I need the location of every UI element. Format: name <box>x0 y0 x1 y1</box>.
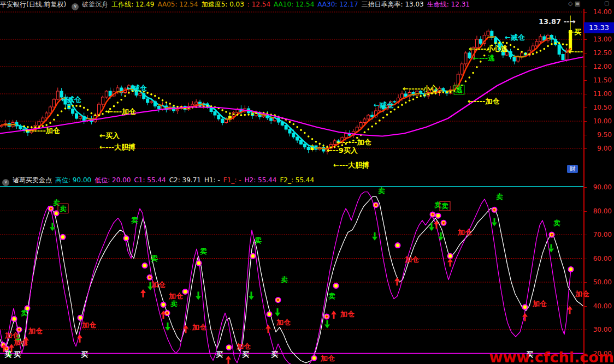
down-arrow-icon <box>551 244 552 248</box>
candle-body <box>468 53 471 58</box>
ma-dot <box>124 95 126 97</box>
candle-body <box>460 64 463 74</box>
ma-dot <box>57 114 59 116</box>
ma-dot <box>293 123 295 126</box>
oscillator-title: 诸葛买卖金点 <box>13 176 52 184</box>
candle-body <box>79 116 81 118</box>
window-icon[interactable]: ▣ <box>575 0 580 7</box>
ma-dot <box>158 97 160 99</box>
axis-tick-label: 80.00 <box>585 207 612 215</box>
main-indicator-bar: 平安银行(日线.前复权)∨破釜沉舟工作线: 12.49AA05: 12.54加速… <box>0 0 583 10</box>
ma-dot <box>247 114 250 116</box>
up-arrow-icon <box>265 325 271 329</box>
chart-annotation: ←---加仓 <box>107 108 136 116</box>
ma-dot <box>117 102 119 104</box>
ma-dot <box>368 128 370 130</box>
ma-dot <box>79 105 81 108</box>
ma-dot <box>543 48 545 50</box>
candle-body <box>345 134 347 138</box>
axis-tick <box>583 187 587 188</box>
chart-annotation: ←---逃 <box>473 54 495 62</box>
oscillator-param: C1: 55.44 <box>134 176 166 184</box>
candle-body <box>150 102 153 103</box>
up-arrow-icon <box>447 259 453 262</box>
ma-dot <box>423 94 426 97</box>
axis-tick <box>583 259 587 259</box>
ma-dot <box>64 108 67 110</box>
oscillator-param: H2: 55.44 <box>245 176 277 184</box>
ma-dot <box>75 105 78 107</box>
chevron-down-icon[interactable]: ∨ <box>72 3 79 10</box>
ma-dot <box>566 44 568 46</box>
ma-dot <box>364 131 366 133</box>
signal-label: 加仓 <box>151 281 166 289</box>
signal-label: 加仓 <box>168 292 183 300</box>
signal-label: 卖 <box>170 300 178 308</box>
axis-tick-label: 10.50 <box>585 104 612 111</box>
candle-body <box>146 99 149 103</box>
candle-body <box>45 113 48 118</box>
ma-dot <box>225 111 227 113</box>
axis-tick-label: 9.00 <box>585 145 612 152</box>
chart-annotation: ←---大胆搏 <box>333 161 369 169</box>
axis-tick-label: 11.00 <box>585 90 612 98</box>
ma-dot <box>229 112 231 115</box>
signal-label: 卖 <box>60 205 67 213</box>
candle-body <box>367 115 370 119</box>
candle-body <box>139 93 141 96</box>
signal-label: 卖 <box>131 216 138 224</box>
signal-label: 卖 <box>255 236 262 244</box>
candle-body <box>400 94 403 98</box>
axis-tick <box>583 211 587 212</box>
buy-label: 买 <box>14 350 21 359</box>
axis-tick-label: 9.50 <box>585 131 612 139</box>
down-arrow-icon <box>440 232 442 237</box>
candle-body <box>371 115 374 117</box>
signal-label: 加仓 <box>276 318 291 326</box>
signal-label: 卖 <box>21 309 28 317</box>
ma-dot <box>233 113 235 115</box>
axis-tick-label: 60.00 <box>585 255 612 262</box>
chevron-down-icon[interactable]: ∨ <box>2 179 9 186</box>
diamond-icon[interactable]: ◇ <box>568 0 572 7</box>
ma-dot <box>289 121 291 123</box>
axis-tick-label: 40.00 <box>585 302 612 310</box>
axis-tick-label: 90.00 <box>585 183 612 191</box>
oscillator-param: 高位: 90.00 <box>55 176 91 184</box>
down-arrow-icon <box>494 218 495 223</box>
axis-tick-label: 11.50 <box>585 76 612 84</box>
ma-dot <box>532 53 534 55</box>
ma-dot <box>206 105 209 107</box>
axis-tick <box>583 330 587 330</box>
panel-separator-line <box>0 186 583 187</box>
oscillator-param-values: 高位: 90.00低位: 20.00C1: 55.44C2: 39.71H1: … <box>55 176 317 184</box>
ma-dot <box>61 110 63 112</box>
ma-dot <box>401 104 403 106</box>
signal-label: 加仓 <box>81 321 96 329</box>
chart-annotation: ←-----小心 <box>403 85 438 93</box>
candle-body <box>217 115 220 119</box>
axis-tick <box>583 94 587 94</box>
ma-dot <box>554 42 557 44</box>
chart-annotation: ←---大胆搏 <box>99 143 135 151</box>
candle-body <box>75 114 78 118</box>
axis-tick <box>583 148 587 149</box>
cai-badge[interactable]: 财 <box>567 165 578 173</box>
oscillator-param: H1: - <box>204 176 220 184</box>
corner-window-icon[interactable]: ▢ <box>604 0 609 6</box>
signal-label: 加仓 <box>457 228 472 236</box>
ma-dot <box>91 112 93 115</box>
axis-tick <box>583 121 587 122</box>
ma-dot <box>322 145 324 147</box>
ma-dot <box>468 76 470 79</box>
signal-label: 加仓 <box>13 338 28 347</box>
signal-label: 卖 <box>328 292 335 300</box>
ma-dot <box>296 126 298 128</box>
ma-dot <box>49 122 51 124</box>
ma-dot <box>540 50 542 52</box>
candle-body <box>214 112 216 116</box>
axis-tick <box>583 12 587 13</box>
ma-dot <box>251 114 253 116</box>
signal-label: 加仓 <box>404 255 419 264</box>
candle-body <box>38 122 40 126</box>
